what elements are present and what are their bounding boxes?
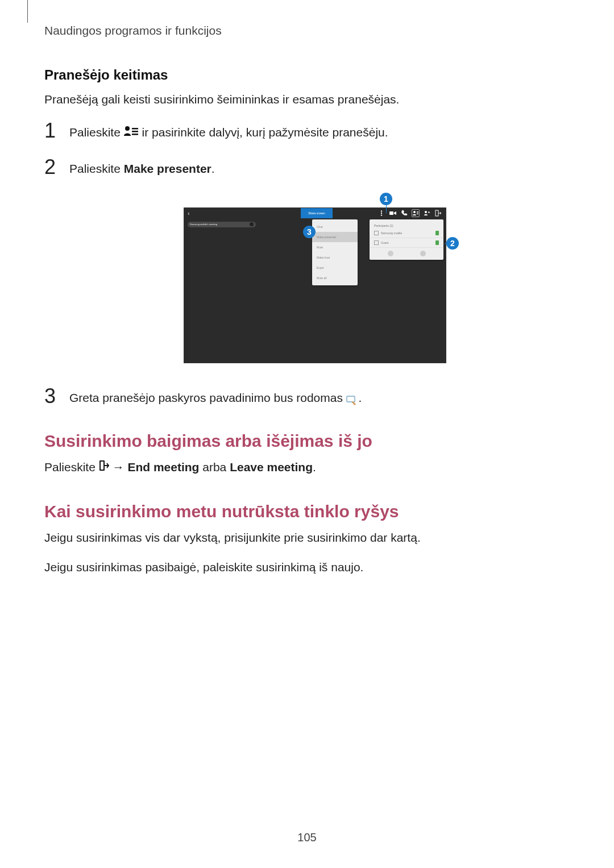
pill-close-icon bbox=[250, 222, 254, 226]
menu-item: Chat bbox=[312, 222, 358, 232]
step-3: 3 Greta pranešėjo paskyros pavadinimo bu… bbox=[44, 386, 570, 406]
participant-row: Samsung mobile bbox=[370, 229, 443, 238]
step1-pre: Palieskite bbox=[69, 126, 124, 139]
topbar-icons bbox=[377, 208, 442, 218]
step-number: 2 bbox=[44, 157, 58, 177]
step-1: 1 Palieskite ir pasirinkite dalyvį, kurį… bbox=[44, 121, 570, 142]
page-number: 105 bbox=[0, 831, 614, 844]
participants-panel: Participants (2) Samsung mobile Guest bbox=[370, 219, 443, 260]
exit-icon bbox=[99, 459, 109, 476]
participant-name: Samsung mobile bbox=[381, 231, 433, 235]
section2-title: Susirinkimo baigimas arba išėjimas iš jo bbox=[44, 431, 570, 451]
participant-row: Guest bbox=[370, 238, 443, 248]
back-icon: ‹ bbox=[188, 210, 190, 217]
section3-p2: Jeigu susirinkimas pasibaigė, paleiskite… bbox=[44, 559, 570, 576]
section3-p1: Jeigu susirinkimas vis dar vykstą, prisi… bbox=[44, 529, 570, 546]
svg-rect-10 bbox=[417, 213, 418, 213]
mic-toggle-icon bbox=[420, 251, 426, 256]
step-1-body: Palieskite ir pasirinkite dalyvį, kurį p… bbox=[69, 121, 388, 142]
meeting-title: Samsung mobile's meeting bbox=[190, 223, 217, 226]
svg-rect-11 bbox=[417, 214, 418, 214]
menu-item: Mute bbox=[312, 242, 358, 252]
svg-point-8 bbox=[413, 211, 416, 213]
video-icon bbox=[389, 209, 397, 217]
step2-post: . bbox=[211, 162, 215, 175]
presenter-badge-icon bbox=[346, 393, 355, 402]
panel-bottom-icons bbox=[370, 248, 443, 256]
context-menu: Chat Make presenter Mute Make host Expel… bbox=[312, 219, 358, 285]
sec2-bold1: End meeting bbox=[127, 460, 199, 474]
chat-bubble-icon bbox=[388, 251, 393, 256]
svg-rect-9 bbox=[417, 211, 418, 212]
participants-panel-icon bbox=[412, 209, 420, 217]
menu-item: Make host bbox=[312, 252, 358, 263]
step3-post: . bbox=[359, 391, 362, 404]
step2-pre: Palieskite bbox=[69, 162, 124, 175]
presenter-badge-icon bbox=[374, 231, 379, 235]
menu-item-active: Make presenter bbox=[312, 232, 358, 242]
more-icon bbox=[377, 209, 385, 217]
section2-body: Palieskite → End meeting arba Leave meet… bbox=[44, 459, 570, 477]
sec2-post: . bbox=[313, 460, 316, 474]
menu-item: Mute all bbox=[312, 273, 358, 283]
sec2-mid: arba bbox=[199, 460, 230, 474]
add-user-icon bbox=[423, 209, 431, 217]
participant-name: Guest bbox=[381, 241, 433, 244]
svg-rect-14 bbox=[429, 211, 429, 213]
section3-title: Kai susirinkimo metu nutrūksta tinklo ry… bbox=[44, 502, 570, 521]
svg-rect-18 bbox=[101, 462, 103, 470]
figure: 1 2 3 ‹ Share screen bbox=[168, 193, 446, 363]
svg-rect-16 bbox=[347, 396, 355, 402]
svg-rect-7 bbox=[389, 211, 393, 215]
page-content: Naudingos programos ir funkcijos Pranešė… bbox=[0, 0, 614, 612]
meeting-title-pill: Samsung mobile's meeting bbox=[188, 222, 256, 227]
mic-icon bbox=[435, 240, 439, 245]
running-header: Naudingos programos ir funkcijos bbox=[44, 24, 570, 38]
section1-intro: Pranešėją gali keisti susirinkimo šeimin… bbox=[44, 91, 570, 108]
svg-point-4 bbox=[381, 210, 382, 211]
callout-1: 1 bbox=[380, 193, 392, 205]
step3-pre: Greta pranešėjo paskyros pavadinimo bus … bbox=[69, 391, 346, 404]
share-screen-button: Share screen bbox=[301, 208, 333, 218]
participants-icon bbox=[124, 124, 139, 142]
callout-3: 3 bbox=[303, 226, 316, 238]
step2-bold: Make presenter bbox=[124, 162, 211, 175]
svg-rect-3 bbox=[132, 134, 138, 135]
sec2-pre: Palieskite bbox=[44, 460, 99, 474]
step-3-body: Greta pranešėjo paskyros pavadinimo bus … bbox=[69, 386, 362, 406]
svg-point-5 bbox=[381, 212, 382, 213]
svg-point-0 bbox=[125, 126, 130, 131]
exit-icon bbox=[434, 209, 442, 217]
side-rule bbox=[27, 0, 28, 23]
svg-rect-1 bbox=[132, 128, 138, 130]
arrow-icon: → bbox=[113, 460, 125, 474]
svg-point-6 bbox=[381, 214, 382, 215]
sec2-bold2: Leave meeting bbox=[230, 460, 313, 474]
user-icon bbox=[374, 240, 379, 245]
step-2-body: Palieskite Make presenter. bbox=[69, 157, 215, 177]
svg-rect-2 bbox=[132, 131, 138, 132]
step1-post: ir pasirinkite dalyvį, kurį pažymėsite p… bbox=[142, 126, 388, 139]
callout-line bbox=[386, 204, 387, 213]
step-2: 2 Palieskite Make presenter. bbox=[44, 157, 570, 177]
call-icon bbox=[400, 209, 408, 217]
mic-icon bbox=[435, 231, 439, 235]
figure-wrap: 1 2 3 ‹ Share screen bbox=[44, 193, 570, 363]
panel-header: Participants (2) bbox=[370, 222, 443, 229]
menu-item: Expel bbox=[312, 263, 358, 273]
callout-2: 2 bbox=[446, 237, 459, 250]
svg-point-12 bbox=[425, 211, 427, 213]
section1-title: Pranešėjo keitimas bbox=[44, 67, 570, 83]
step-number: 1 bbox=[44, 121, 58, 141]
svg-rect-15 bbox=[435, 210, 438, 216]
step-number: 3 bbox=[44, 386, 58, 406]
